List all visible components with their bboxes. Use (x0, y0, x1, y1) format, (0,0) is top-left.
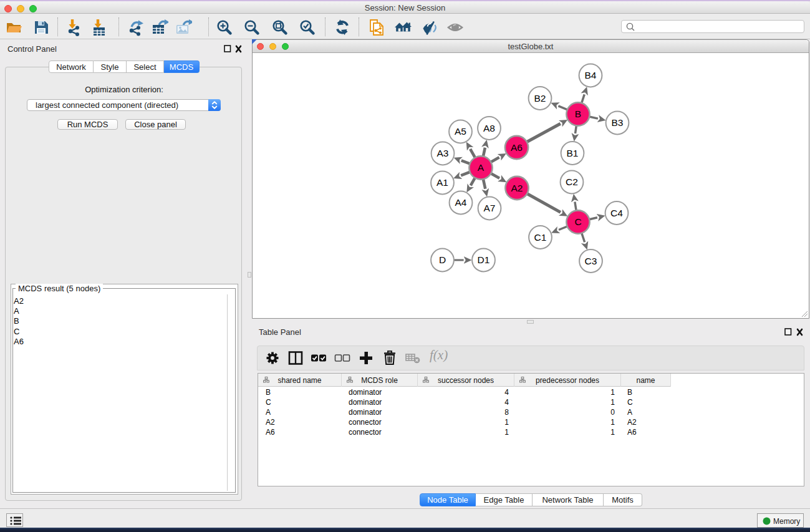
svg-text:D: D (439, 254, 446, 265)
svg-text:D1: D1 (478, 254, 490, 265)
svg-text:C1: C1 (534, 232, 547, 243)
svg-text:A7: A7 (484, 203, 496, 213)
svg-text:A6: A6 (511, 142, 523, 153)
svg-text:A4: A4 (455, 197, 467, 208)
svg-text:B3: B3 (612, 117, 624, 128)
svg-text:C: C (574, 216, 581, 227)
svg-text:A5: A5 (455, 126, 466, 137)
svg-text:B: B (575, 109, 581, 119)
svg-text:C4: C4 (610, 208, 623, 218)
svg-text:A8: A8 (483, 123, 495, 133)
svg-text:B2: B2 (534, 93, 546, 104)
svg-text:B1: B1 (567, 148, 579, 158)
svg-text:A: A (478, 162, 485, 173)
svg-text:C2: C2 (566, 177, 578, 187)
svg-text:A3: A3 (437, 148, 449, 158)
svg-text:A1: A1 (436, 177, 448, 188)
svg-text:A2: A2 (511, 183, 523, 193)
svg-text:C3: C3 (585, 256, 597, 266)
svg-text:B4: B4 (585, 70, 597, 80)
